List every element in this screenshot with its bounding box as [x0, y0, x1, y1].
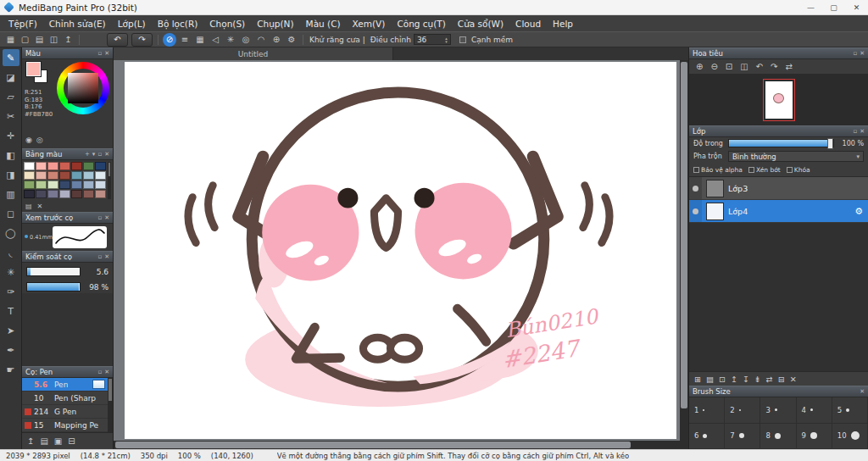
- menu-item[interactable]: Help: [547, 15, 579, 31]
- snap-add-icon[interactable]: ⊕: [270, 33, 283, 47]
- brush-size-preset[interactable]: 6: [689, 424, 725, 450]
- palette-swatch[interactable]: [36, 171, 47, 180]
- brush-size-preset[interactable]: 5: [832, 397, 868, 424]
- color-wheel[interactable]: [57, 62, 109, 114]
- menu-item[interactable]: Chụp(N): [251, 15, 299, 31]
- palette-swatch[interactable]: [24, 190, 35, 198]
- snap-crosshatch-icon[interactable]: ▦: [193, 33, 207, 47]
- palette-swatch[interactable]: [47, 190, 58, 198]
- panel-collapse-ic[interactable]: ▫: [97, 151, 102, 158]
- operation-tool[interactable]: ➤: [3, 322, 19, 339]
- gear-icon[interactable]: ⚙: [854, 206, 863, 217]
- undo-button[interactable]: ↶: [107, 33, 128, 47]
- menu-item[interactable]: Cloud: [509, 15, 547, 31]
- palette-swatch[interactable]: [59, 181, 70, 189]
- palette-swatch[interactable]: [24, 171, 35, 180]
- select-ellipse-tool[interactable]: ◯: [3, 225, 19, 242]
- snap-radial-icon[interactable]: ✳: [224, 33, 237, 47]
- duplicate-layer-icon[interactable]: ⊡: [719, 375, 726, 384]
- brush-size-preset[interactable]: 1: [689, 397, 725, 424]
- brush-item[interactable]: 214 G Pen: [22, 405, 108, 419]
- menu-item[interactable]: Chọn(S): [203, 15, 251, 31]
- panel-close-icon4[interactable]: ✕: [104, 369, 109, 375]
- brush-size-preset[interactable]: 8: [760, 424, 796, 450]
- layer-opacity-slider[interactable]: [728, 139, 834, 147]
- menu-item[interactable]: Xem(V): [347, 15, 392, 31]
- brush-opacity-slider[interactable]: [26, 282, 81, 292]
- eraser-tool[interactable]: ◪: [3, 69, 19, 86]
- panel-close-icon7[interactable]: ✕: [860, 388, 865, 395]
- close-button[interactable]: ✕: [845, 0, 868, 14]
- menu-item[interactable]: Màu (C): [300, 15, 347, 31]
- color-mode-rgb-icon[interactable]: ◉: [25, 136, 32, 144]
- maximize-button[interactable]: ▢: [822, 0, 845, 14]
- panel-collapse-icon6[interactable]: ▫: [853, 128, 857, 135]
- eyedropper-tool[interactable]: ✒: [3, 342, 19, 358]
- palette-swatch[interactable]: [24, 162, 35, 170]
- canvas-tab[interactable]: Untitled: [114, 47, 393, 60]
- magic-wand-tool[interactable]: ✳: [3, 264, 19, 280]
- saturation-value-square[interactable]: [68, 73, 98, 103]
- layer-option-checkbox[interactable]: Bảo vệ alpha: [693, 166, 743, 174]
- palette-swatch[interactable]: [47, 181, 58, 189]
- select-pen-tool[interactable]: ✑: [3, 283, 19, 300]
- zoom-in-icon[interactable]: ⊕: [696, 62, 703, 71]
- fill-rect-tool[interactable]: ◧: [3, 147, 19, 164]
- delete-layer-icon[interactable]: ✕: [790, 375, 797, 384]
- palette-swatch[interactable]: [59, 190, 70, 198]
- palette-swatch[interactable]: [71, 162, 82, 170]
- menu-item[interactable]: Lớp(L): [112, 15, 152, 31]
- snap-off-icon[interactable]: ⊘: [163, 33, 176, 47]
- palette-swatch[interactable]: [95, 181, 106, 189]
- palette-swatch[interactable]: [95, 190, 106, 198]
- save-icon[interactable]: ◫: [47, 33, 61, 46]
- add-brush-icon[interactable]: ▤: [40, 436, 47, 446]
- add-palette-color-icon[interactable]: +: [85, 151, 90, 158]
- palette-swatch[interactable]: [95, 171, 106, 180]
- canvas-horizontal-scrollbar[interactable]: [114, 441, 680, 449]
- brush-item[interactable]: 15 Mapping Pe: [22, 419, 108, 432]
- bucket-tool[interactable]: ◨: [3, 166, 19, 183]
- navigator-preview[interactable]: [689, 74, 868, 125]
- palette-swatch[interactable]: [24, 181, 35, 189]
- canvas-vertical-scrollbar[interactable]: [680, 60, 688, 441]
- zoom-fit-icon[interactable]: ⊡: [726, 62, 732, 71]
- palette-swatch[interactable]: [47, 171, 58, 180]
- palette-swatch[interactable]: [47, 162, 58, 170]
- canvas-page[interactable]: Bún0210 #2247: [125, 62, 676, 439]
- minimize-button[interactable]: —: [799, 0, 822, 14]
- menu-item[interactable]: Tệp(F): [3, 15, 43, 31]
- palette-swatch[interactable]: [36, 162, 47, 170]
- brush-folder-icon[interactable]: ▣: [54, 436, 62, 446]
- divide-tool[interactable]: ✂: [3, 108, 19, 125]
- rotate-right-icon[interactable]: ↷: [771, 62, 777, 71]
- panel-collapse-icon2[interactable]: ▫: [97, 214, 102, 221]
- blend-mode-select[interactable]: Bình thường ▾: [728, 151, 864, 162]
- layer-option-checkbox[interactable]: Khóa: [787, 166, 810, 174]
- move-tool[interactable]: ✛: [3, 127, 19, 144]
- transfer-layer-icon[interactable]: ⇄: [766, 375, 773, 384]
- brush-size-slider[interactable]: [26, 267, 81, 276]
- panel-close-icon5[interactable]: ✕: [860, 50, 865, 57]
- rotate-left-icon[interactable]: ↶: [756, 62, 763, 71]
- brush-size-preset[interactable]: 7: [725, 424, 760, 450]
- menu-item[interactable]: Bộ lọc(R): [152, 15, 204, 31]
- menu-item[interactable]: Chỉnh sửa(E): [43, 15, 112, 31]
- panel-close-icon[interactable]: ✕: [104, 50, 109, 57]
- text-tool[interactable]: T: [3, 303, 19, 319]
- brush-size-preset[interactable]: 3: [760, 397, 796, 424]
- adjust-select[interactable]: 36 ▴▾: [414, 34, 451, 45]
- brush-size-preset[interactable]: 2: [725, 397, 760, 424]
- palette-swatch[interactable]: [59, 171, 70, 180]
- layer-row[interactable]: Lớp4 ⚙: [689, 200, 868, 223]
- panel-collapse-icon5[interactable]: ▫: [853, 50, 857, 57]
- hand-tool[interactable]: ☛: [3, 361, 19, 378]
- palette-scrollbar[interactable]: [108, 162, 111, 199]
- lasso-tool[interactable]: ◟: [3, 244, 19, 261]
- layer-down-icon[interactable]: ↧: [743, 375, 749, 384]
- new-canvas-icon[interactable]: ▢: [18, 33, 32, 46]
- snap-parallel-icon[interactable]: ≡: [178, 33, 192, 47]
- palette-swatch[interactable]: [36, 190, 47, 198]
- brush-size-preset[interactable]: 4: [797, 397, 832, 424]
- snap-circle-icon[interactable]: ◎: [239, 33, 253, 47]
